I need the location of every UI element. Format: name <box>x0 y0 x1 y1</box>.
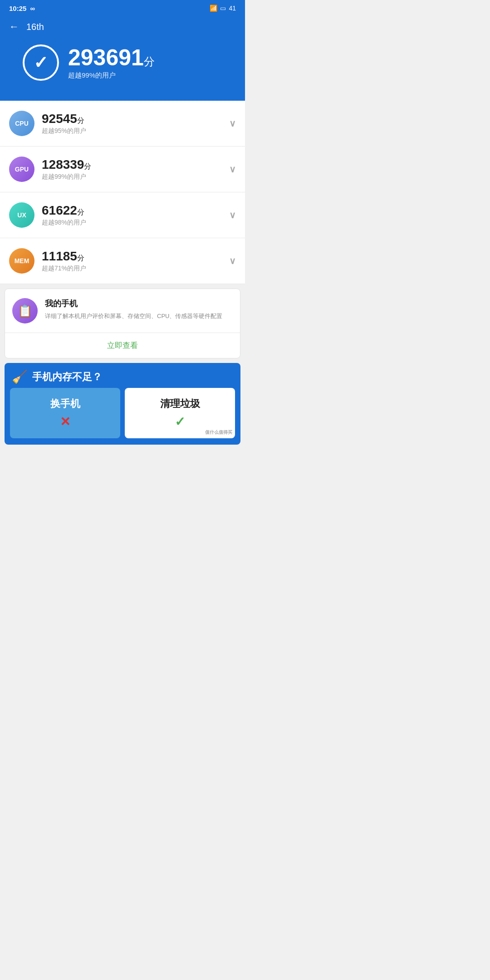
watermark-text: 值什么值得买 <box>205 429 232 436</box>
status-left: 10:25 ∞ <box>9 5 35 12</box>
score-subtitle: 超越99%的用户 <box>68 71 155 80</box>
gpu-badge: GPU <box>9 157 34 182</box>
mem-badge: MEM <box>9 248 34 274</box>
category-list: CPU 92545分 超越95%的用户 ∨ GPU 128339分 超越99%的… <box>0 101 245 284</box>
ux-info: 61622分 超越98%的用户 <box>42 203 222 227</box>
cpu-info: 92545分 超越95%的用户 <box>42 112 222 135</box>
category-item-mem[interactable]: MEM 11185分 超越71%的用户 ∨ <box>0 238 245 284</box>
document-icon: 📋 <box>18 304 32 318</box>
gpu-score: 128339分 <box>42 157 222 172</box>
phone-text: 我的手机 详细了解本机用户评价和屏幕、存储空间、CPU、传感器等硬件配置 <box>45 298 222 321</box>
clean-junk-button[interactable]: 清理垃圾 ✓ 值什么值得买 <box>125 388 235 438</box>
checkmark-green-icon: ✓ <box>129 414 230 429</box>
view-btn-wrapper[interactable]: 立即查看 <box>5 333 240 358</box>
category-item-cpu[interactable]: CPU 92545分 超越95%的用户 ∨ <box>0 101 245 147</box>
phone-card-body: 📋 我的手机 详细了解本机用户评价和屏幕、存储空间、CPU、传感器等硬件配置 <box>5 289 240 333</box>
ux-score: 61622分 <box>42 203 222 218</box>
phone-card-title: 我的手机 <box>45 298 222 309</box>
ad-banner: 🧹 手机内存不足？ 换手机 ✕ 清理垃圾 ✓ 值什么值得买 <box>5 363 240 445</box>
wifi-icon: 📶 <box>210 5 217 12</box>
battery-level: 41 <box>229 5 236 12</box>
header: ← 16th ✓ 293691分 超越99%的用户 <box>0 16 245 101</box>
score-info: 293691分 超越99%的用户 <box>68 45 155 80</box>
mem-score: 11185分 <box>42 249 222 264</box>
chevron-down-icon: ∨ <box>229 255 236 266</box>
gpu-info: 128339分 超越99%的用户 <box>42 157 222 181</box>
phone-info-card: 📋 我的手机 详细了解本机用户评价和屏幕、存储空间、CPU、传感器等硬件配置 立… <box>5 289 240 358</box>
phone-badge-icon: 📋 <box>12 298 38 323</box>
status-bar: 10:25 ∞ 📶 ▭ 41 <box>0 0 245 16</box>
battery-bar-icon: ▭ <box>220 5 226 12</box>
score-check-circle: ✓ <box>23 44 59 81</box>
checkmark-icon: ✓ <box>34 54 48 71</box>
page-title: 16th <box>26 22 44 32</box>
chevron-down-icon: ∨ <box>229 164 236 175</box>
phone-card-desc: 详细了解本机用户评价和屏幕、存储空间、CPU、传感器等硬件配置 <box>45 312 222 321</box>
ad-title: 手机内存不足？ <box>32 370 102 384</box>
status-right: 📶 ▭ 41 <box>210 5 236 12</box>
chevron-down-icon: ∨ <box>229 210 236 220</box>
mem-desc: 超越71%的用户 <box>42 265 222 273</box>
header-nav: ← 16th <box>9 21 236 33</box>
mem-info: 11185分 超越71%的用户 <box>42 249 222 273</box>
category-item-gpu[interactable]: GPU 128339分 超越99%的用户 ∨ <box>0 147 245 192</box>
chevron-down-icon: ∨ <box>229 118 236 129</box>
gpu-desc: 超越99%的用户 <box>42 173 222 181</box>
status-signal: ∞ <box>30 5 35 12</box>
status-time: 10:25 <box>9 5 26 12</box>
view-now-button[interactable]: 立即查看 <box>107 341 138 350</box>
cross-icon: ✕ <box>15 414 116 429</box>
cpu-score: 92545分 <box>42 112 222 126</box>
score-section: ✓ 293691分 超越99%的用户 <box>9 40 236 92</box>
back-button[interactable]: ← <box>9 21 19 33</box>
broom-icon: 🧹 <box>12 369 28 384</box>
ad-buttons: 换手机 ✕ 清理垃圾 ✓ 值什么值得买 <box>5 388 240 444</box>
total-score: 293691分 <box>68 45 155 70</box>
cpu-badge: CPU <box>9 111 34 136</box>
ad-header: 🧹 手机内存不足？ <box>5 363 240 388</box>
change-phone-button[interactable]: 换手机 ✕ <box>10 388 120 438</box>
cpu-desc: 超越95%的用户 <box>42 127 222 135</box>
ux-badge: UX <box>9 202 34 228</box>
ux-desc: 超越98%的用户 <box>42 219 222 227</box>
category-item-ux[interactable]: UX 61622分 超越98%的用户 ∨ <box>0 192 245 238</box>
